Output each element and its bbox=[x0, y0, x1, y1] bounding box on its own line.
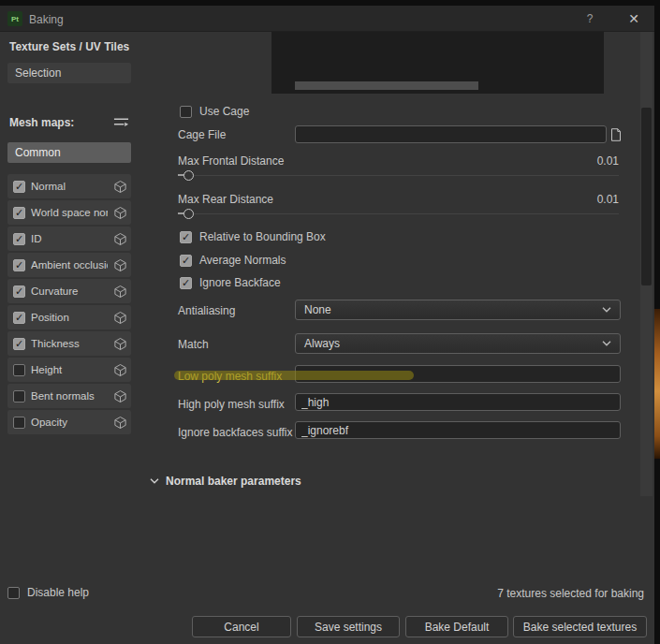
mesh-map-label: Thickness bbox=[31, 338, 108, 349]
cube-icon bbox=[113, 232, 127, 246]
mesh-map-row[interactable]: Bent normals bbox=[7, 384, 131, 408]
ignore-backface-label: Ignore Backface bbox=[199, 276, 281, 289]
file-icon bbox=[610, 128, 622, 141]
cage-file-label: Cage File bbox=[178, 128, 226, 141]
disable-help-label: Disable help bbox=[27, 586, 89, 599]
scrollbar-track[interactable] bbox=[640, 32, 653, 496]
mesh-map-row[interactable]: Height bbox=[7, 358, 131, 382]
relative-to-bounding-box-row[interactable]: Relative to Bounding Box bbox=[180, 230, 326, 243]
help-button[interactable]: ? bbox=[580, 11, 599, 26]
mesh-map-label: Height bbox=[31, 364, 108, 375]
sidebar-item-common[interactable]: Common bbox=[7, 142, 131, 163]
cube-icon bbox=[113, 180, 127, 194]
cube-icon bbox=[113, 389, 127, 403]
mesh-map-label: Bent normals bbox=[31, 390, 108, 402]
mesh-map-row[interactable]: World space normal bbox=[7, 200, 131, 225]
disable-help-checkbox[interactable] bbox=[7, 587, 20, 599]
bake-selected-textures-button[interactable]: Bake selected textures bbox=[513, 616, 647, 637]
antialiasing-label: Antialiasing bbox=[178, 304, 235, 317]
sidebar-item-selection[interactable]: Selection bbox=[7, 63, 131, 83]
mesh-map-checkbox[interactable] bbox=[13, 390, 25, 402]
use-cage-label: Use Cage bbox=[199, 105, 249, 118]
relative-to-bounding-box-label: Relative to Bounding Box bbox=[199, 230, 326, 243]
mesh-map-label: Normal bbox=[31, 181, 108, 192]
mesh-map-checkbox[interactable] bbox=[13, 364, 25, 376]
max-rear-distance-slider[interactable] bbox=[178, 209, 619, 219]
average-normals-checkbox[interactable] bbox=[180, 255, 192, 267]
average-normals-label: Average Normals bbox=[199, 254, 286, 267]
average-normals-row[interactable]: Average Normals bbox=[180, 254, 286, 267]
mesh-map-label: Position bbox=[31, 312, 108, 323]
chevron-down-icon bbox=[602, 341, 611, 346]
cube-icon bbox=[113, 258, 127, 272]
low-poly-mesh-suffix-input[interactable] bbox=[295, 365, 621, 383]
mesh-map-checkbox[interactable] bbox=[13, 312, 25, 324]
max-frontal-distance-label: Max Frontal Distance bbox=[178, 154, 284, 168]
mesh-map-row[interactable]: Thickness bbox=[7, 331, 131, 356]
window-title: Baking bbox=[29, 13, 64, 26]
mesh-map-checkbox[interactable] bbox=[13, 285, 25, 298]
chevron-down-icon bbox=[150, 478, 159, 484]
max-frontal-distance-value: 0.01 bbox=[524, 154, 619, 168]
ignore-backface-row[interactable]: Ignore Backface bbox=[180, 276, 281, 289]
app-logo-icon: Pt bbox=[7, 11, 22, 26]
filter-icon[interactable] bbox=[113, 116, 129, 127]
cage-file-input[interactable] bbox=[295, 125, 607, 143]
mesh-map-row[interactable]: Curvature bbox=[7, 279, 131, 303]
mesh-map-label: World space normal bbox=[31, 207, 108, 218]
mesh-map-label: ID bbox=[31, 233, 108, 244]
cube-icon bbox=[113, 363, 127, 377]
normal-baker-parameters-section[interactable]: Normal baker parameters bbox=[150, 475, 301, 488]
texture-sets-heading: Texture Sets / UV Tiles bbox=[9, 40, 129, 53]
mesh-map-label: Curvature bbox=[31, 285, 108, 297]
relative-to-bounding-box-checkbox[interactable] bbox=[180, 231, 192, 243]
cube-icon bbox=[113, 416, 127, 430]
high-poly-mesh-suffix-input[interactable] bbox=[295, 393, 621, 411]
ignore-backface-checkbox[interactable] bbox=[180, 277, 192, 289]
cube-icon bbox=[113, 337, 127, 351]
close-icon[interactable]: ✕ bbox=[623, 10, 644, 27]
title-bar[interactable]: Pt Baking ? ✕ bbox=[0, 6, 654, 32]
cube-icon bbox=[113, 285, 127, 299]
match-dropdown[interactable]: Always bbox=[295, 333, 621, 354]
match-label: Match bbox=[178, 338, 209, 351]
baking-dialog: Pt Baking ? ✕ Texture Sets / UV Tiles Se… bbox=[0, 6, 654, 644]
mesh-map-row[interactable]: Ambient occlusion bbox=[7, 253, 131, 277]
browse-file-button[interactable] bbox=[609, 126, 623, 142]
mesh-map-row[interactable]: Normal bbox=[7, 174, 131, 198]
max-rear-distance-label: Max Rear Distance bbox=[178, 193, 273, 206]
mesh-map-checkbox[interactable] bbox=[13, 259, 25, 271]
slider-handle[interactable] bbox=[183, 170, 194, 181]
use-cage-checkbox[interactable] bbox=[180, 106, 192, 118]
mesh-map-checkbox[interactable] bbox=[13, 207, 25, 219]
cube-icon bbox=[113, 311, 127, 325]
scrollbar-thumb[interactable] bbox=[641, 108, 652, 285]
mesh-map-row[interactable]: Position bbox=[7, 305, 131, 329]
save-settings-button[interactable]: Save settings bbox=[297, 616, 400, 637]
slider-handle[interactable] bbox=[183, 209, 194, 219]
antialiasing-value: None bbox=[304, 303, 331, 316]
mesh-map-row[interactable]: Opacity bbox=[7, 410, 131, 434]
ignore-backfaces-suffix-input[interactable] bbox=[295, 421, 621, 439]
low-poly-mesh-suffix-label: Low poly mesh suffix bbox=[178, 370, 282, 383]
mesh-map-checkbox[interactable] bbox=[13, 417, 25, 429]
bake-default-button[interactable]: Bake Default bbox=[405, 616, 508, 637]
mesh-maps-heading: Mesh maps: bbox=[9, 116, 74, 129]
mesh-map-row[interactable]: ID bbox=[7, 227, 131, 251]
mesh-map-checkbox[interactable] bbox=[13, 181, 25, 193]
max-rear-distance-value: 0.01 bbox=[524, 193, 619, 206]
cube-icon bbox=[113, 206, 127, 220]
use-cage-row[interactable]: Use Cage bbox=[180, 105, 249, 118]
disable-help-row[interactable]: Disable help bbox=[7, 586, 89, 599]
max-frontal-distance-slider[interactable] bbox=[178, 170, 619, 181]
high-poly-mesh-suffix-label: High poly mesh suffix bbox=[178, 398, 285, 411]
antialiasing-dropdown[interactable]: None bbox=[295, 300, 621, 320]
slider-track bbox=[178, 213, 619, 214]
section-label: Normal baker parameters bbox=[166, 475, 301, 488]
cancel-button[interactable]: Cancel bbox=[192, 616, 291, 637]
match-value: Always bbox=[304, 337, 340, 350]
panel-preview-region bbox=[271, 32, 604, 94]
mesh-map-checkbox[interactable] bbox=[13, 233, 25, 245]
mesh-map-label: Opacity bbox=[31, 417, 108, 428]
mesh-map-checkbox[interactable] bbox=[13, 338, 25, 350]
